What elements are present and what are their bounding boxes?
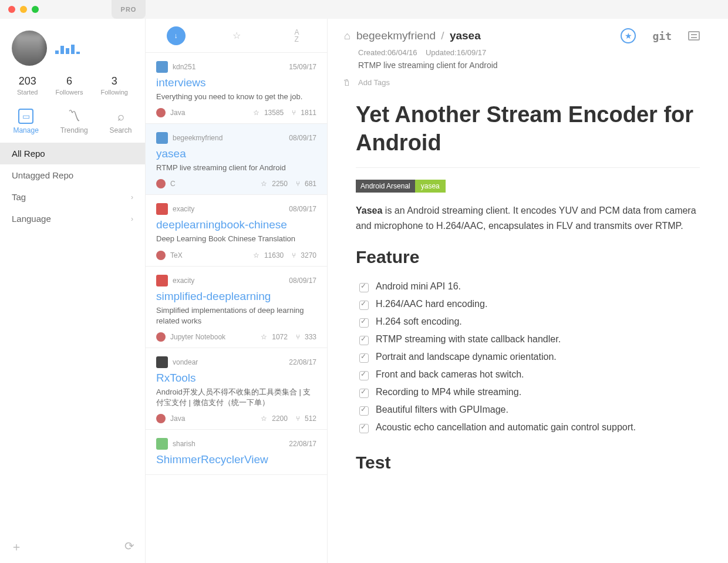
star-icon: ☆	[253, 109, 259, 117]
repo-description: Deep Learning Book Chinese Translation	[156, 234, 316, 244]
fork-icon: ⑂	[292, 251, 296, 259]
feature-item: Android mini API 16.	[359, 278, 700, 295]
shield-badge[interactable]: Android Arsenal yasea	[356, 180, 700, 193]
repo-description: Android开发人员不得不收集的工具类集合 | 支付宝支付 | 微信支付（统一…	[156, 387, 316, 408]
repo-title: simplified-deeplearning	[156, 290, 316, 303]
nav-label: Untagged Repo	[12, 170, 73, 180]
stat-following[interactable]: 3 Following	[101, 75, 128, 96]
readme: Yet Another Stream Encoder for Android A…	[328, 101, 728, 473]
language-icon	[156, 251, 166, 260]
crumb-repo[interactable]: yasea	[450, 29, 481, 42]
star-icon: ☆	[261, 333, 267, 341]
home-icon[interactable]: ⌂	[344, 30, 350, 42]
repo-card[interactable]: kdn251 15/09/17 interviews Everything yo…	[146, 53, 327, 124]
stat-label: Started	[17, 89, 38, 96]
repo-date: 22/08/17	[289, 440, 316, 448]
nav-language[interactable]: Language›	[0, 208, 145, 230]
feature-item: H.264/AAC hard encoding.	[359, 295, 700, 313]
feature-item: Portrait and landscape dynamic orientati…	[359, 348, 700, 366]
sort-recent-tab[interactable]: ↓	[167, 26, 186, 45]
repo-card[interactable]: sharish 22/08/17 ShimmerRecyclerView	[146, 430, 327, 475]
repo-title: ShimmerRecyclerView	[156, 453, 316, 466]
sort-starred-tab[interactable]: ☆	[227, 26, 246, 45]
add-tags-button[interactable]: Add Tags	[358, 78, 390, 87]
chevron-right-icon: ›	[131, 193, 133, 201]
feature-item: RTMP streaming with state callback handl…	[359, 331, 700, 348]
refresh-button[interactable]: ⟳	[124, 539, 134, 555]
window-titlebar: PRO	[0, 0, 728, 19]
repo-card[interactable]: begeekmyfriend 08/09/17 yasea RTMP live …	[146, 124, 327, 195]
repo-card[interactable]: exacity 08/09/17 deeplearningbook-chines…	[146, 195, 327, 266]
stat-number: 3	[101, 75, 128, 87]
activity-sparkline	[55, 42, 85, 54]
close-window-button[interactable]	[8, 6, 15, 13]
fork-count: 512	[305, 414, 316, 423]
repo-date: 08/09/17	[289, 205, 316, 213]
repo-description: Simplified implementations of deep learn…	[156, 305, 316, 326]
stat-started[interactable]: 203 Started	[17, 75, 38, 96]
git-icon[interactable]: git	[652, 30, 672, 42]
crumb-owner[interactable]: begeekmyfriend	[356, 29, 436, 42]
stat-followers[interactable]: 6 Followers	[55, 75, 83, 96]
feature-item: Acoustic echo cancellation and automatic…	[359, 419, 700, 436]
star-button[interactable]: ★	[621, 28, 636, 43]
nav-label: All Repo	[12, 149, 45, 159]
fork-count: 1811	[301, 109, 316, 117]
feature-item: H.264 soft encoding.	[359, 313, 700, 331]
chevron-right-icon: ›	[131, 215, 133, 223]
repo-list: kdn251 15/09/17 interviews Everything yo…	[146, 53, 327, 563]
owner-name: sharish	[173, 440, 196, 448]
nav-label: Tag	[12, 192, 26, 202]
owner-avatar-icon	[156, 61, 168, 73]
sort-alpha-tab[interactable]: AZ	[288, 26, 306, 45]
repo-date: 08/09/17	[289, 277, 316, 285]
feature-list: Android mini API 16.H.264/AAC hard encod…	[356, 278, 700, 436]
reader-view-icon[interactable]	[688, 31, 700, 41]
star-count: 11630	[264, 251, 284, 259]
language-label: Jupyter Notebook	[170, 333, 225, 341]
feature-item: Beautiful filters with GPUImage.	[359, 401, 700, 419]
owner-name: kdn251	[173, 63, 196, 71]
star-icon: ☆	[261, 180, 267, 188]
minimize-window-button[interactable]	[20, 6, 27, 13]
feature-item: Recording to MP4 while streaming.	[359, 383, 700, 401]
stat-label: Following	[101, 89, 128, 96]
repo-title: deeplearningbook-chinese	[156, 218, 316, 231]
tab-search[interactable]: ⌕ Search	[110, 109, 132, 134]
fork-count: 3270	[301, 251, 316, 259]
tab-label: Manage	[13, 126, 38, 134]
trending-icon: 〽	[66, 109, 82, 124]
nav-tag[interactable]: Tag›	[0, 186, 145, 208]
owner-name: vondear	[173, 358, 198, 366]
owner-avatar-icon	[156, 275, 168, 286]
language-label: TeX	[170, 251, 183, 259]
owner-name: exacity	[173, 205, 194, 213]
star-count: 2250	[272, 180, 288, 188]
language-icon	[156, 332, 166, 342]
tab-manage[interactable]: ▭ Manage	[13, 109, 38, 134]
nav-untagged-repo[interactable]: Untagged Repo	[0, 164, 145, 186]
pro-badge: PRO	[112, 0, 146, 19]
language-label: C	[170, 180, 176, 188]
readme-intro: Yasea is an Android streaming client. It…	[356, 203, 700, 233]
star-count: 2200	[272, 414, 288, 423]
breadcrumb: begeekmyfriend / yasea	[356, 29, 481, 42]
repo-list-column: ↓ ☆ AZ kdn251 15/09/17 interviews Everyt…	[146, 19, 328, 563]
fork-count: 333	[305, 333, 316, 341]
repo-date: 15/09/17	[289, 63, 316, 71]
repo-card[interactable]: exacity 08/09/17 simplified-deeplearning…	[146, 267, 327, 348]
profile-block	[0, 19, 145, 72]
nav-all-repo[interactable]: All Repo	[0, 143, 145, 164]
tab-trending[interactable]: 〽 Trending	[60, 109, 88, 134]
star-count: 13585	[264, 109, 284, 117]
add-button[interactable]: ＋	[11, 539, 22, 555]
stat-number: 6	[55, 75, 83, 87]
sidebar: 203 Started 6 Followers 3 Following ▭ Ma…	[0, 19, 146, 563]
repo-card[interactable]: vondear 22/08/17 RxTools Android开发人员不得不收…	[146, 348, 327, 430]
repo-description: RTMP live streaming client for Android	[156, 163, 316, 173]
maximize-window-button[interactable]	[32, 6, 39, 13]
stat-number: 203	[17, 75, 38, 87]
repo-title: interviews	[156, 76, 316, 89]
fork-icon: ⑂	[296, 180, 300, 188]
user-avatar[interactable]	[12, 31, 47, 66]
